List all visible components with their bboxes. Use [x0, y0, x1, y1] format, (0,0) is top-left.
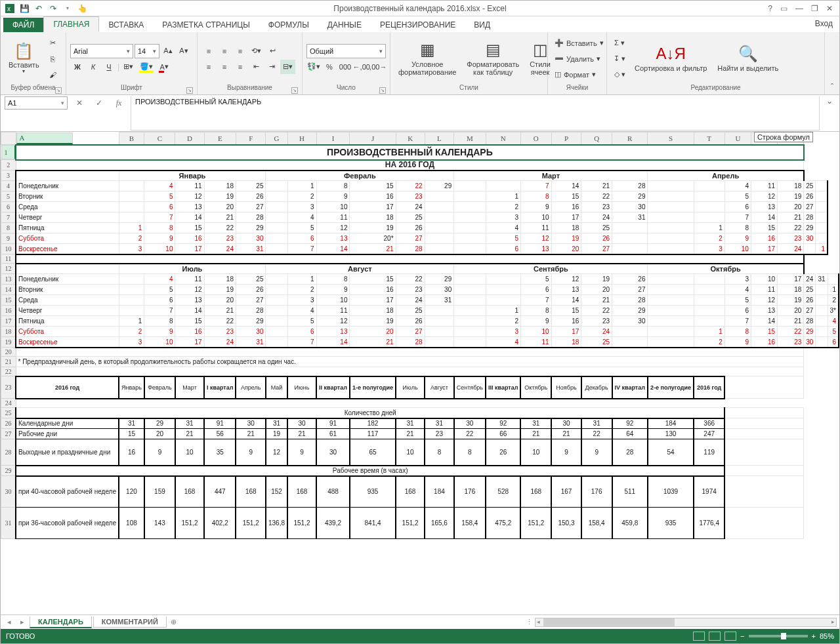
zoom-out-icon[interactable]: −	[740, 632, 744, 640]
increase-indent-button[interactable]: ⇥	[264, 60, 279, 74]
font-size-select[interactable]: 14▾	[135, 44, 159, 58]
page-layout-view-icon[interactable]	[709, 632, 721, 641]
redo-icon[interactable]: ↷	[48, 3, 58, 14]
clipboard-dialog-icon[interactable]: ↘	[55, 87, 62, 94]
ribbon-tabs: ФАЙЛ ГЛАВНАЯ ВСТАВКА РАЗМЕТКА СТРАНИЦЫ Ф…	[1, 16, 839, 32]
paste-icon: 📋	[14, 43, 33, 60]
collapse-ribbon-icon[interactable]: ˆ	[825, 32, 839, 94]
window-title: Производственный календарь 2016.xlsx - E…	[1, 4, 839, 13]
fill-button[interactable]: ↧ ▾	[611, 52, 628, 66]
excel-icon: x	[5, 3, 15, 14]
align-dialog-icon[interactable]: ↘	[291, 87, 298, 94]
new-sheet-icon[interactable]: ⊕	[168, 618, 180, 626]
cond-format-icon: ▦	[420, 41, 435, 58]
zoom-slider[interactable]	[749, 635, 808, 637]
sheet-tab-calendar[interactable]: КАЛЕНДАРЬ	[30, 616, 92, 628]
conditional-format-button[interactable]: ▦Условное форматирование	[394, 40, 460, 77]
find-icon: 🔍	[738, 45, 758, 62]
insert-function-icon[interactable]: fx	[111, 96, 127, 110]
qat-customize-icon[interactable]: ▾	[62, 3, 73, 14]
tab-scroll-right-icon[interactable]: ▸	[16, 618, 28, 626]
zoom-level[interactable]: 85%	[820, 632, 834, 640]
format-cells-button[interactable]: ◫ Формат ▾	[552, 68, 607, 82]
sign-in-link[interactable]: Вход	[815, 19, 833, 28]
maximize-icon[interactable]: ❐	[811, 4, 818, 13]
align-bottom-button[interactable]: ≡	[233, 44, 247, 58]
shrink-font-button[interactable]: A▾	[177, 44, 191, 58]
tab-data[interactable]: ДАННЫЕ	[318, 18, 371, 32]
tab-layout[interactable]: РАЗМЕТКА СТРАНИЦЫ	[153, 18, 259, 32]
align-center-button[interactable]: ≡	[217, 60, 232, 74]
fill-color-button[interactable]: 🪣▾	[137, 60, 156, 74]
number-dialog-icon[interactable]: ↘	[379, 87, 386, 94]
grow-font-button[interactable]: A▴	[161, 44, 175, 58]
insert-cells-button[interactable]: ➕ Вставить ▾	[552, 36, 607, 50]
touch-mode-icon[interactable]: 👆	[77, 3, 87, 14]
align-right-button[interactable]: ≡	[233, 60, 247, 74]
delete-cells-button[interactable]: ➖ Удалить ▾	[552, 52, 607, 66]
status-ready: ГОТОВО	[6, 632, 35, 640]
formula-bar-tooltip: Строка формул	[754, 132, 813, 142]
cell-styles-icon: ◫	[533, 41, 548, 58]
expand-formula-icon[interactable]: ⌄	[824, 96, 835, 106]
tab-insert[interactable]: ВСТАВКА	[99, 18, 153, 32]
accounting-button[interactable]: 💱▾	[306, 60, 321, 74]
comma-button[interactable]: 000	[338, 60, 352, 74]
orientation-button[interactable]: ⟲▾	[249, 44, 264, 58]
normal-view-icon[interactable]	[693, 632, 705, 641]
align-left-button[interactable]: ≡	[201, 60, 216, 74]
help-icon[interactable]: ?	[768, 4, 772, 13]
page-break-view-icon[interactable]	[724, 632, 736, 641]
undo-icon[interactable]: ↶	[33, 3, 44, 14]
tab-view[interactable]: ВИД	[465, 18, 499, 32]
decrease-indent-button[interactable]: ⇤	[249, 60, 263, 74]
zoom-in-icon[interactable]: +	[812, 632, 816, 640]
font-name-select[interactable]: Arial▾	[70, 44, 133, 58]
enter-formula-icon[interactable]: ✓	[91, 96, 107, 110]
sheet-tab-comment[interactable]: КОММЕНТАРИЙ	[93, 616, 167, 628]
save-icon[interactable]: 💾	[19, 3, 30, 14]
worksheet-grid[interactable]: ABCDEFGHIJKLMNOPQRSTUVW1ПРОИЗВОДСТВЕННЫЙ…	[1, 132, 839, 539]
cancel-formula-icon[interactable]: ✕	[72, 96, 87, 110]
format-table-button[interactable]: ▤Форматировать как таблицу	[463, 40, 523, 77]
ribbon-options-icon[interactable]: ▭	[780, 4, 788, 13]
underline-button[interactable]: Ч	[102, 60, 116, 74]
decrease-decimal-button[interactable]: ,00→	[371, 60, 387, 74]
align-middle-button[interactable]: ≡	[217, 44, 232, 58]
find-select-button[interactable]: 🔍Найти и выделить	[713, 44, 782, 73]
close-icon[interactable]: ✕	[826, 4, 833, 13]
svg-text:x: x	[7, 5, 10, 12]
copy-button[interactable]: ⎘	[46, 52, 60, 66]
sort-filter-button[interactable]: A↓ЯСортировка и фильтр	[631, 44, 711, 73]
border-button[interactable]: ⊞▾	[121, 60, 136, 74]
paste-button[interactable]: 📋Вставить▾	[5, 41, 43, 76]
table-icon: ▤	[486, 41, 501, 58]
italic-button[interactable]: К	[86, 60, 100, 74]
wrap-text-button[interactable]: ↩	[265, 44, 280, 58]
tab-file[interactable]: ФАЙЛ	[3, 18, 43, 32]
clear-button[interactable]: ◇ ▾	[611, 68, 628, 82]
cut-button[interactable]: ✂	[46, 36, 60, 50]
font-color-button[interactable]: A▾	[157, 60, 171, 74]
tab-scroll-left-icon[interactable]: ◂	[3, 618, 15, 626]
formula-bar[interactable]: ПРОИЗВОДСТВЕННЫЙ КАЛЕНДАРЬ	[131, 96, 820, 131]
increase-decimal-button[interactable]: ←,00	[354, 60, 369, 74]
percent-button[interactable]: %	[322, 60, 337, 74]
bold-button[interactable]: Ж	[70, 60, 85, 74]
autosum-button[interactable]: Σ ▾	[611, 36, 628, 50]
merge-center-button[interactable]: ⊟▾	[280, 60, 295, 74]
tab-home[interactable]: ГЛАВНАЯ	[43, 16, 99, 32]
sort-icon: A↓Я	[656, 45, 686, 62]
format-painter-button[interactable]: 🖌	[46, 68, 60, 82]
minimize-icon[interactable]: —	[795, 4, 803, 13]
align-top-button[interactable]: ≡	[201, 44, 216, 58]
name-box[interactable]: A1▾	[5, 96, 68, 110]
tab-split-icon[interactable]: ⋮	[523, 618, 535, 626]
number-format-select[interactable]: Общий▾	[306, 44, 386, 58]
horizontal-scrollbar[interactable]: ◂▸	[535, 618, 837, 627]
tab-review[interactable]: РЕЦЕНЗИРОВАНИЕ	[371, 18, 465, 32]
font-dialog-icon[interactable]: ↘	[186, 87, 193, 94]
tab-formulas[interactable]: ФОРМУЛЫ	[259, 18, 318, 32]
